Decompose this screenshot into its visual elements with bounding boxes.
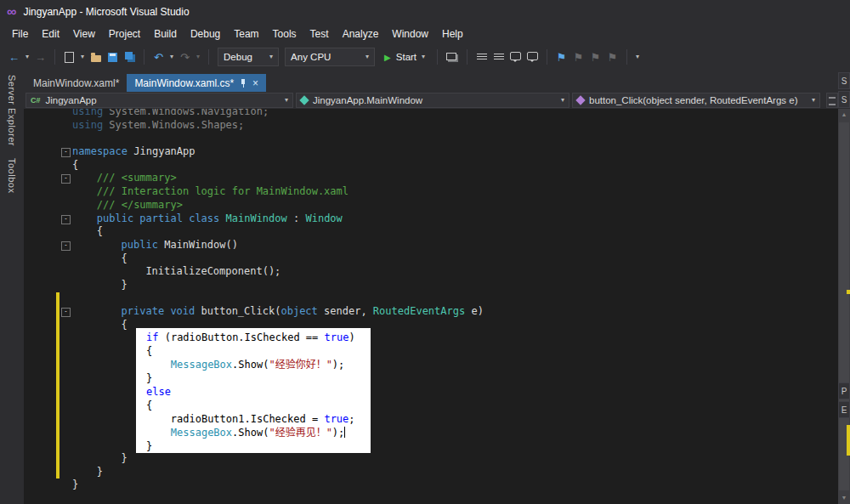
menu-item-analyze[interactable]: Analyze	[336, 25, 386, 43]
left-tool-tabs: Server ExplorerToolbox	[0, 70, 24, 504]
menu-item-build[interactable]: Build	[147, 25, 184, 43]
code-line[interactable]: }	[24, 466, 838, 479]
toolbar-separator	[467, 49, 468, 65]
solution-configuration-value: Debug	[224, 52, 252, 62]
save-icon[interactable]	[107, 50, 118, 64]
editor-split-button[interactable]	[826, 93, 838, 108]
fold-toggle-icon[interactable]: -	[61, 148, 71, 157]
close-icon[interactable]: ×	[252, 78, 258, 88]
code-line[interactable]	[24, 132, 838, 145]
menu-item-team[interactable]: Team	[227, 25, 265, 43]
code-line[interactable]: -/// <summary>	[24, 172, 838, 185]
code-line[interactable]: /// </summary>	[24, 199, 838, 212]
code-line[interactable]: }	[24, 479, 838, 492]
toolbar-overflow-icon[interactable]: ▾	[636, 54, 639, 60]
code-line[interactable]: }	[24, 452, 838, 466]
fold-toggle-icon[interactable]: -	[61, 308, 71, 317]
menu-item-help[interactable]: Help	[435, 25, 470, 43]
indent-increase-icon[interactable]	[493, 50, 504, 64]
next-bookmark-icon[interactable]: ⚑	[590, 50, 601, 64]
overlay-code-line[interactable]: MessageBox.Show("经验你好！");	[136, 358, 371, 371]
overlay-code-line[interactable]: {	[136, 399, 371, 412]
code-line[interactable]: -namespace JingyanApp	[24, 145, 838, 159]
project-name: JingyanApp	[46, 95, 97, 105]
undo-icon[interactable]: ↶	[153, 50, 164, 64]
overlay-code-line[interactable]: {	[136, 344, 371, 358]
indent-decrease-icon[interactable]	[476, 50, 487, 64]
code-line[interactable]	[24, 292, 838, 306]
menu-item-debug[interactable]: Debug	[184, 25, 227, 43]
code-editor[interactable]: using System.Windows.Navigation;using Sy…	[24, 109, 850, 504]
navigate-forward-icon[interactable]: →	[35, 50, 46, 64]
save-all-icon[interactable]	[124, 50, 135, 64]
code-line[interactable]: }	[24, 279, 838, 292]
navigate-backward-icon[interactable]: ←	[8, 50, 20, 64]
code-line[interactable]: using System.Windows.Navigation;	[24, 109, 838, 119]
solution-configuration-dropdown[interactable]: Debug ▾	[218, 48, 279, 66]
uncomment-icon[interactable]	[527, 50, 538, 64]
chevron-down-icon: ▾	[812, 97, 815, 104]
menu-item-project[interactable]: Project	[102, 25, 147, 43]
code-line[interactable]: using System.Windows.Shapes;	[24, 119, 838, 133]
tab-label: MainWindow.xaml*	[33, 77, 119, 89]
code-line[interactable]: InitializeComponent();	[24, 265, 838, 279]
scrollbar-up-arrow-icon[interactable]: ▲	[838, 109, 850, 121]
undo-dropdown-icon[interactable]: ▾	[170, 54, 173, 60]
navigate-backward-dropdown-icon[interactable]: ▾	[26, 54, 29, 60]
fold-toggle-icon[interactable]: -	[61, 215, 71, 224]
toolbar-separator	[437, 49, 438, 65]
change-marker	[847, 290, 850, 294]
menu-item-test[interactable]: Test	[303, 25, 336, 43]
vertical-scrollbar[interactable]: ▲ ▼	[838, 109, 850, 504]
code-line[interactable]: {	[24, 225, 838, 239]
start-dropdown-icon[interactable]: ▾	[422, 54, 425, 60]
menu-item-edit[interactable]: Edit	[35, 25, 66, 43]
code-line[interactable]: {	[24, 252, 838, 266]
side-tab-toolbox[interactable]: Toolbox	[7, 158, 17, 193]
tab-mainwindow-xaml-[interactable]: MainWindow.xaml*	[26, 74, 127, 92]
menu-item-file[interactable]: File	[5, 25, 35, 43]
type-dropdown[interactable]: JingyanApp.MainWindow ▾	[296, 93, 570, 108]
project-dropdown[interactable]: C# JingyanApp ▾	[26, 93, 293, 108]
overlay-code-line[interactable]: }	[136, 371, 371, 385]
pasted-code-overlay[interactable]: if (radioButton.IsChecked == true){Messa…	[136, 328, 371, 453]
code-line[interactable]: /// Interaction logic for MainWindow.xam…	[24, 185, 838, 199]
code-line[interactable]: -public MainWindow()	[24, 239, 838, 252]
overlay-code-line[interactable]: radioButton1.IsChecked = true;	[136, 412, 371, 426]
start-debugging-button[interactable]: ▶ Start ▾	[381, 52, 428, 62]
scrollbar-down-arrow-icon[interactable]: ▼	[838, 492, 850, 504]
code-line[interactable]: -private void button_Click(object sender…	[24, 305, 838, 319]
solution-platform-dropdown[interactable]: Any CPU ▾	[285, 48, 375, 66]
menu-item-tools[interactable]: Tools	[266, 25, 303, 43]
toolbar-separator	[208, 49, 209, 65]
overlay-code-line[interactable]: else	[136, 385, 371, 399]
collapsed-panel-tab[interactable]: S	[838, 91, 850, 108]
new-file-dropdown-icon[interactable]: ▾	[81, 54, 84, 60]
toggle-bookmark-icon[interactable]: ⚑	[556, 50, 567, 64]
attach-to-process-icon[interactable]	[446, 50, 458, 64]
code-line[interactable]: -public partial class MainWindow : Windo…	[24, 212, 838, 226]
open-file-icon[interactable]	[90, 50, 101, 64]
clear-bookmarks-icon[interactable]: ⚑	[607, 50, 618, 64]
redo-dropdown-icon[interactable]: ▾	[196, 54, 200, 60]
code-line[interactable]: {	[24, 159, 838, 173]
overlay-code-line[interactable]: MessageBox.Show("经验再见！");	[136, 426, 371, 439]
fold-toggle-icon[interactable]: -	[61, 241, 71, 251]
overlay-code-line[interactable]: }	[136, 439, 371, 453]
redo-icon[interactable]: ↷	[179, 50, 190, 64]
pin-icon[interactable]	[240, 77, 246, 88]
fold-toggle-icon[interactable]: -	[61, 174, 71, 184]
comment-out-icon[interactable]	[510, 50, 521, 64]
new-file-icon[interactable]	[64, 50, 75, 64]
menu-item-window[interactable]: Window	[385, 25, 435, 43]
menu-item-view[interactable]: View	[66, 25, 102, 43]
collapsed-panel-tab[interactable]: E	[838, 401, 850, 418]
side-tab-server-explorer[interactable]: Server Explorer	[7, 75, 17, 146]
overlay-code-line[interactable]: if (radioButton.IsChecked == true)	[136, 331, 371, 344]
collapsed-panel-tab[interactable]: P	[838, 382, 850, 399]
previous-bookmark-icon[interactable]: ⚑	[573, 50, 584, 64]
collapsed-panel-tab[interactable]: S	[838, 72, 850, 89]
member-dropdown[interactable]: button_Click(object sender, RoutedEventA…	[572, 93, 820, 108]
method-icon	[575, 95, 585, 105]
tab-mainwindow-xaml-cs-[interactable]: MainWindow.xaml.cs*×	[127, 74, 266, 92]
